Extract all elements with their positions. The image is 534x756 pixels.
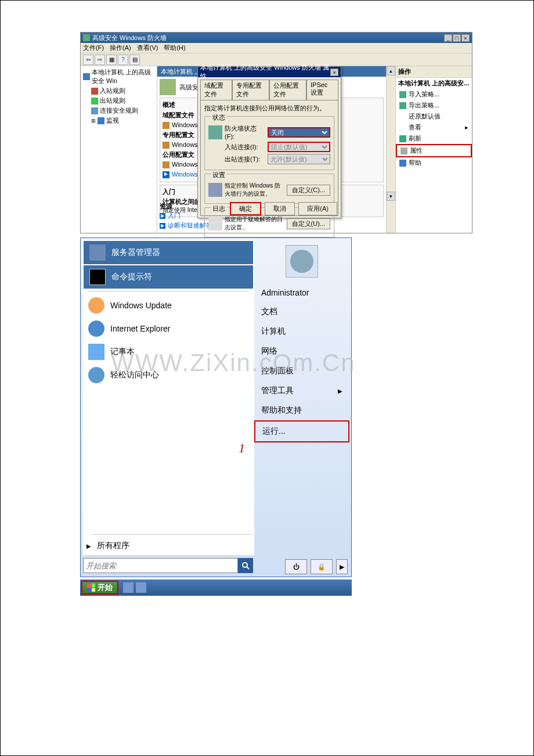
- start-left-pane: 服务器管理器 命令提示符 Windows Update Internet Exp…: [82, 240, 254, 555]
- tab-public[interactable]: 公用配置文件: [269, 80, 306, 100]
- tree-inbound[interactable]: 入站规则: [90, 86, 156, 96]
- dialog-tabs: 域配置文件 专用配置文件 公用配置文件 IPSec 设置: [198, 77, 341, 100]
- settings-legend: 设置: [211, 171, 227, 179]
- monitor-icon: [98, 117, 104, 124]
- help-icon[interactable]: ?: [118, 55, 128, 65]
- search-button[interactable]: [238, 558, 253, 573]
- svg-line-1: [247, 567, 249, 569]
- private-profile-label: 专用配置文: [163, 131, 194, 139]
- menu-file[interactable]: 文件(F): [83, 44, 104, 52]
- dialog-titlebar[interactable]: 本地计算机 上的高级安全 Windows 防火墙 属性 ×: [198, 67, 341, 77]
- toolbar-icon[interactable]: ▦: [106, 55, 117, 65]
- tree-connsec[interactable]: 连接安全规则: [90, 106, 156, 116]
- cancel-button[interactable]: 取消: [265, 202, 295, 215]
- tree-root[interactable]: 本地计算机 上的高级安全 Win: [82, 67, 156, 86]
- menu-action[interactable]: 操作(A): [110, 44, 131, 52]
- scroll-up-icon[interactable]: ▴: [387, 66, 395, 75]
- svg-point-0: [243, 563, 247, 567]
- log-customize-button[interactable]: 自定义(U)...: [287, 218, 330, 229]
- tab-domain[interactable]: 域配置文件: [200, 80, 232, 100]
- dialog-title: 本地计算机 上的高级安全 Windows 防火墙 属性: [200, 63, 330, 81]
- link-run[interactable]: 运行...: [254, 420, 349, 442]
- outbound-select[interactable]: 允许(默认值): [268, 154, 330, 164]
- action-export[interactable]: 导出策略...: [396, 100, 472, 111]
- ql-icon-1[interactable]: [123, 582, 134, 593]
- export-icon: [399, 102, 406, 109]
- firewall-icon: [208, 125, 222, 139]
- tree-outbound[interactable]: 出站规则: [90, 96, 156, 106]
- action-restore[interactable]: 还原默认值: [396, 111, 472, 122]
- settings-fieldset: 设置 指定控制 Windows 防火墙行为的设置。 自定义(C)...: [204, 174, 334, 204]
- tab-private[interactable]: 专用配置文件: [232, 80, 269, 100]
- submenu-arrow-icon: ▸: [465, 124, 468, 131]
- server-manager-icon: [89, 244, 106, 261]
- expand-icon[interactable]: ⊞: [91, 118, 96, 124]
- power-buttons: ⏻ 🔒 ▶: [285, 559, 348, 574]
- action-view[interactable]: 查看▸: [396, 122, 472, 133]
- link-documents[interactable]: 文档: [254, 302, 349, 322]
- user-avatar[interactable]: [286, 245, 318, 278]
- item-ie[interactable]: Internet Explorer: [82, 317, 254, 340]
- minimize-button[interactable]: _: [444, 34, 452, 42]
- action-properties[interactable]: 属性: [396, 144, 472, 157]
- lock-button[interactable]: 🔒: [311, 559, 333, 574]
- windows-update-icon: [88, 297, 104, 314]
- link-admin-tools[interactable]: 管理工具▶: [254, 381, 349, 401]
- power-button[interactable]: ⏻: [285, 559, 307, 574]
- action-help[interactable]: 帮助: [396, 157, 472, 168]
- state-legend: 状态: [211, 113, 227, 122]
- fw-state-label: 防火墙状态(F):: [225, 124, 265, 140]
- fw-state-select[interactable]: 关闭: [268, 127, 330, 138]
- menu-help[interactable]: 帮助(H): [164, 44, 185, 52]
- link-network[interactable]: 网络: [254, 341, 349, 361]
- settings-customize-button[interactable]: 自定义(C)...: [287, 185, 330, 196]
- tab-ipsec[interactable]: IPSec 设置: [306, 80, 338, 100]
- link-control-panel[interactable]: 控制面板: [254, 361, 349, 381]
- apply-button[interactable]: 应用(A): [298, 202, 337, 215]
- state-fieldset: 状态 防火墙状态(F): 关闭 入站连接(I): 阻止(默认值) 出站连接(T)…: [204, 116, 334, 170]
- toolbar-icon-2[interactable]: ▤: [129, 55, 140, 65]
- item-windows-update[interactable]: Windows Update: [82, 294, 254, 317]
- menu-view[interactable]: 查看(V): [137, 44, 158, 52]
- ql-icon-2[interactable]: [136, 582, 146, 593]
- inbound-select[interactable]: 阻止(默认值): [268, 142, 330, 152]
- quick-launch: [120, 582, 150, 593]
- user-name[interactable]: Administrator: [254, 283, 349, 302]
- item-notepad[interactable]: 记事本: [82, 340, 254, 363]
- pinned-cmd[interactable]: 命令提示符: [84, 265, 253, 289]
- dialog-close-button[interactable]: ×: [330, 69, 338, 76]
- titlebar[interactable]: 高级安全 Windows 防火墙 _ □ ×: [81, 33, 472, 43]
- scrollbar[interactable]: ▴ ▾: [386, 66, 395, 233]
- tree-monitor[interactable]: ⊞监视: [90, 116, 156, 125]
- maximize-button[interactable]: □: [453, 34, 461, 42]
- annotation-1: 1: [239, 441, 245, 456]
- properties-icon: [400, 147, 407, 154]
- status-icon: [163, 122, 169, 129]
- search-input[interactable]: [83, 558, 238, 573]
- shield-large-icon: [160, 79, 176, 95]
- close-button[interactable]: ×: [461, 34, 470, 42]
- scroll-down-icon[interactable]: ▾: [387, 192, 395, 201]
- pinned-server-manager[interactable]: 服务器管理器: [84, 241, 253, 264]
- power-menu-button[interactable]: ▶: [336, 559, 348, 574]
- action-import[interactable]: 导入策略...: [396, 89, 472, 100]
- properties-dialog: 本地计算机 上的高级安全 Windows 防火墙 属性 × 域配置文件 专用配置…: [197, 66, 341, 218]
- nav-forward-icon[interactable]: ⇨: [95, 55, 105, 65]
- nav-back-icon[interactable]: ⇦: [83, 55, 93, 65]
- start-right-pane: Administrator 文档 计算机 网络 控制面板 管理工具▶ 帮助和支持…: [254, 238, 349, 553]
- domain-profile-label: 域配置文件: [163, 111, 194, 120]
- start-menu: 服务器管理器 命令提示符 Windows Update Internet Exp…: [80, 237, 352, 577]
- submenu-arrow-icon: ▶: [338, 388, 342, 394]
- link-icon: ▶: [160, 223, 165, 229]
- action-refresh[interactable]: 刷新: [396, 133, 472, 144]
- separator: [92, 534, 252, 535]
- window-controls: _ □ ×: [444, 34, 470, 42]
- start-button[interactable]: 开始: [81, 581, 118, 595]
- ok-button[interactable]: 确定: [230, 202, 261, 215]
- all-programs[interactable]: ▶ 所有程序: [86, 541, 129, 551]
- item-ease-of-access[interactable]: 轻松访问中心: [82, 363, 254, 387]
- log-icon: [208, 217, 222, 231]
- shield-icon: [83, 34, 90, 41]
- link-help[interactable]: 帮助和支持: [254, 401, 349, 420]
- link-computer[interactable]: 计算机: [254, 322, 349, 341]
